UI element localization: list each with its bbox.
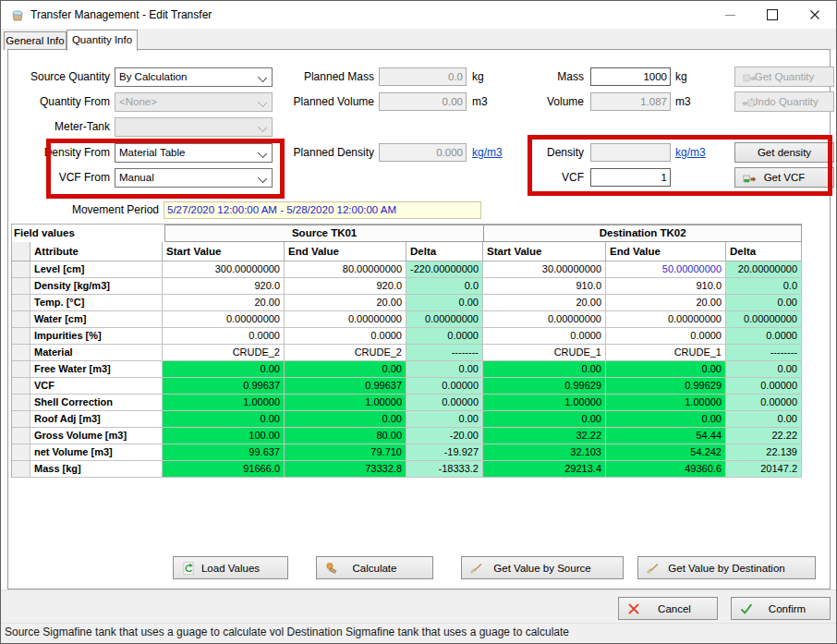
value-cell[interactable]: 0.00 [483,411,606,428]
row-header-cell[interactable] [12,444,30,461]
column-header-dest-delta[interactable]: Delta [726,242,802,261]
value-cell[interactable]: 0.99637 [163,378,285,395]
confirm-button[interactable]: Confirm [731,597,831,620]
value-cell[interactable]: 920.0 [163,278,285,295]
row-header-cell[interactable] [12,328,30,345]
value-cell[interactable]: 0.00000000 [483,311,606,328]
value-cell[interactable]: 0.99629 [483,378,606,395]
row-header-cell[interactable] [12,361,30,378]
value-cell[interactable]: 0.0000 [483,328,606,345]
value-cell[interactable]: 91666.0 [163,461,285,478]
value-cell[interactable]: 0.99637 [285,378,406,395]
close-button[interactable] [794,1,836,29]
value-cell[interactable]: CRUDE_1 [483,345,606,361]
value-cell[interactable]: 0.0000 [163,328,285,345]
value-cell[interactable]: 0.0000 [726,328,802,345]
value-cell[interactable]: 0.00000 [726,378,802,395]
value-cell[interactable]: 0.00000000 [606,311,726,328]
value-cell[interactable]: -20.00 [406,428,483,444]
tab-quantity-info[interactable]: Quantity Info [67,30,138,51]
volume-field[interactable] [590,92,671,111]
row-header-cell[interactable] [12,428,30,444]
value-cell[interactable]: 0.00 [483,361,606,378]
value-cell[interactable]: 0.00 [406,411,483,428]
planned-mass-field[interactable] [379,67,467,86]
undo-quantity-button[interactable]: Undo Quantity [734,91,834,112]
value-cell[interactable]: 54.242 [606,444,726,461]
tab-general-info[interactable]: General Info [4,31,67,50]
get-density-button[interactable]: Get density [734,142,834,163]
column-header-source-end[interactable]: End Value [285,242,406,261]
get-value-by-source-button[interactable]: Get Value by Source [461,556,624,579]
value-cell[interactable]: 0.0000 [406,328,483,345]
quantity-from-combo[interactable]: <None> [115,92,273,112]
row-header-cell[interactable] [12,311,30,328]
column-header-dest-start[interactable]: Start Value [483,242,606,261]
get-value-by-destination-button[interactable]: Get Value by Destination [637,556,816,579]
minimize-button[interactable] [709,1,751,29]
value-cell[interactable]: 49360.6 [606,461,726,478]
value-cell[interactable]: 0.00 [406,295,483,311]
value-cell[interactable]: 32.22 [483,428,606,444]
density-field[interactable] [590,143,671,162]
value-cell[interactable]: 0.00 [726,295,802,311]
mass-field[interactable] [590,67,671,86]
value-cell[interactable]: 20.00 [285,295,406,311]
value-cell[interactable]: 1.00000 [606,395,726,411]
planned-density-unit-link[interactable]: kg/m3 [472,143,503,163]
value-cell[interactable]: 80.00000000 [285,261,406,278]
value-cell[interactable]: 1.00000 [285,395,406,411]
row-header-cell[interactable] [12,378,30,395]
row-header-cell[interactable] [12,345,30,361]
row-header-cell[interactable] [12,395,30,411]
value-cell[interactable]: 0.00 [606,361,726,378]
get-vcf-button[interactable]: Get VCF [734,167,834,188]
value-cell[interactable]: -------- [726,345,802,361]
value-cell[interactable]: 0.00000000 [726,311,802,328]
value-cell[interactable]: 0.00 [163,411,285,428]
value-cell[interactable]: 0.00000 [726,395,802,411]
value-cell[interactable]: 1.00000 [483,395,606,411]
value-cell[interactable]: 32.103 [483,444,606,461]
value-cell[interactable]: 0.0 [406,278,483,295]
value-cell[interactable]: 54.44 [606,428,726,444]
value-cell[interactable]: 79.710 [285,444,406,461]
planned-volume-field[interactable] [379,92,467,111]
value-cell[interactable]: 20.00000000 [726,261,802,278]
value-cell[interactable]: 0.00000 [406,378,483,395]
column-header-source-start[interactable]: Start Value [163,242,285,261]
column-header-dest-end[interactable]: End Value [606,242,726,261]
column-header-attribute[interactable]: Attribute [30,242,163,261]
value-cell[interactable]: 20.00 [163,295,285,311]
value-cell[interactable]: CRUDE_1 [606,345,726,361]
row-header-cell[interactable] [12,411,30,428]
load-values-button[interactable]: Load Values [173,556,288,579]
value-cell[interactable]: 0.00 [726,361,802,378]
row-header-cell[interactable] [12,295,30,311]
row-header-cell[interactable] [12,278,30,295]
value-cell[interactable]: -220.00000000 [406,261,483,278]
value-cell[interactable]: 0.00000 [406,395,483,411]
value-cell[interactable]: 910.0 [483,278,606,295]
vcf-from-combo[interactable]: Manual [115,168,273,188]
value-cell[interactable]: 920.0 [285,278,406,295]
value-cell[interactable]: 0.0000 [285,328,406,345]
value-cell[interactable]: 99.637 [163,444,285,461]
density-from-combo[interactable]: Material Table [115,143,273,163]
column-header-source-delta[interactable]: Delta [406,242,483,261]
value-cell[interactable]: 30.00000000 [483,261,606,278]
value-cell[interactable]: 0.00000000 [406,311,483,328]
maximize-button[interactable] [751,1,794,29]
source-quantity-combo[interactable]: By Calculation [115,67,273,87]
value-cell[interactable]: 1.00000 [163,395,285,411]
value-cell[interactable]: 0.00 [726,411,802,428]
value-cell[interactable]: -18333.2 [406,461,483,478]
value-cell[interactable]: -------- [406,345,483,361]
value-cell[interactable]: 0.99629 [606,378,726,395]
value-cell[interactable]: 80.00 [285,428,406,444]
value-cell[interactable]: 0.00000000 [285,311,406,328]
value-cell[interactable]: 20.00 [483,295,606,311]
value-cell[interactable]: 0.0 [726,278,802,295]
value-cell[interactable]: 910.0 [606,278,726,295]
value-cell[interactable]: 29213.4 [483,461,606,478]
